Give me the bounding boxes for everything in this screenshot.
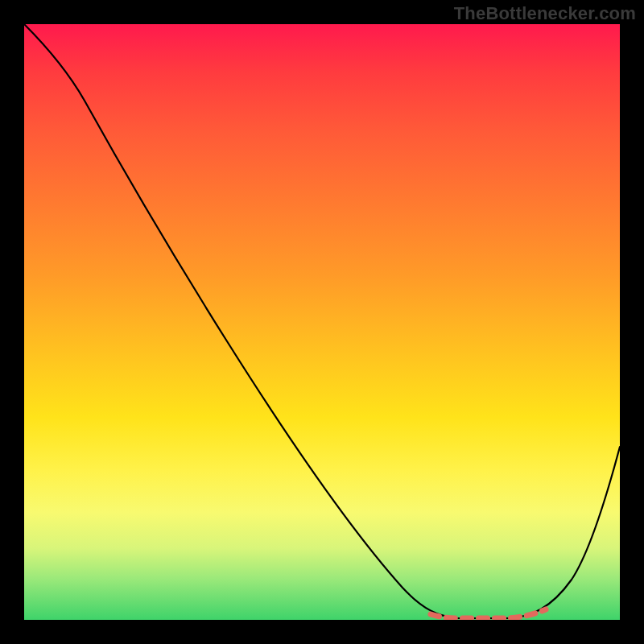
bottleneck-curve-line [24, 24, 620, 618]
optimal-region-marker [431, 609, 546, 618]
curve-layer [24, 24, 620, 620]
watermark-text: TheBottlenecker.com [454, 3, 636, 24]
plot-area [24, 24, 620, 620]
chart-frame: TheBottlenecker.com [0, 0, 644, 644]
